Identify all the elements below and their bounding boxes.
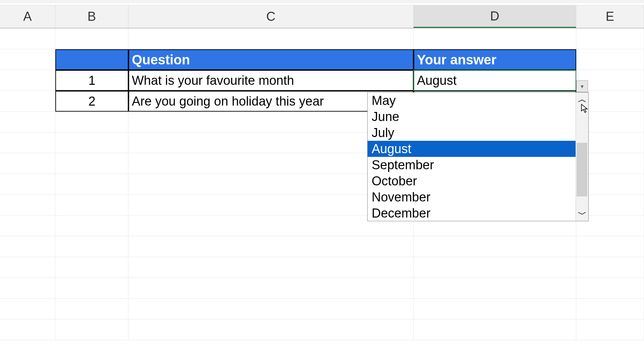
cell[interactable] [55,236,128,257]
cell[interactable] [55,174,128,195]
dropdown-option-november[interactable]: November [368,189,576,205]
scroll-down-button[interactable]: ﹀ [576,207,588,221]
data-validation-dropdown-button[interactable]: ▾ [576,80,588,92]
cell-a3[interactable] [0,70,55,91]
scroll-up-button[interactable]: ︿ [576,93,588,106]
cell[interactable] [55,195,128,216]
table-header-question[interactable]: Question [128,49,414,70]
cell[interactable] [128,299,414,319]
cell[interactable] [414,257,576,278]
table-header-blank[interactable] [55,49,128,70]
cell[interactable] [414,299,576,319]
column-headers: A B C D E [0,5,644,28]
cell[interactable] [0,257,55,278]
row1-question[interactable]: What is your favourite month [128,70,414,91]
col-header-b[interactable]: B [55,5,128,28]
dropdown-list[interactable]: May June July August September October N… [367,92,589,221]
col-header-c[interactable]: C [128,5,414,28]
cell-c1[interactable] [128,28,414,49]
cell[interactable] [128,257,414,278]
cell-b1[interactable] [55,28,128,49]
dropdown-option-july[interactable]: July [368,125,576,141]
row2-num[interactable]: 2 [55,91,128,112]
col-header-d[interactable]: D [414,5,576,28]
cell[interactable] [0,278,55,299]
table-header-answer[interactable]: Your answer [414,49,576,70]
toolbar-strip [0,0,644,3]
scroll-thumb[interactable] [577,143,587,196]
dropdown-option-august[interactable]: August [368,141,576,157]
cell[interactable] [0,132,55,153]
cell[interactable] [55,132,128,153]
cell[interactable] [128,319,414,340]
cell[interactable] [0,174,55,195]
cell-e1[interactable] [576,28,644,49]
cell[interactable] [0,299,55,319]
cell[interactable] [576,278,644,299]
cell[interactable] [414,319,576,340]
cell[interactable] [55,112,128,132]
cell[interactable] [55,319,128,340]
dropdown-option-june[interactable]: June [368,109,576,125]
chevron-down-icon: ▾ [581,83,584,90]
dropdown-option-september[interactable]: September [368,157,576,173]
dropdown-option-may[interactable]: May [368,93,576,109]
cell[interactable] [55,299,128,319]
cell[interactable] [576,257,644,278]
cell[interactable] [0,319,55,340]
cell[interactable] [128,236,414,257]
cell[interactable] [0,236,55,257]
cell[interactable] [0,195,55,216]
cell[interactable] [0,112,55,132]
col-header-e[interactable]: E [576,5,644,28]
row1-num[interactable]: 1 [55,70,128,91]
chevron-up-icon: ︿ [578,94,587,105]
chevron-down-icon: ﹀ [578,208,587,220]
cell-a2[interactable] [0,49,55,70]
cell[interactable] [576,299,644,319]
cell-a1[interactable] [0,28,55,49]
cell[interactable] [0,216,55,236]
cell[interactable] [414,278,576,299]
dropdown-scrollbar[interactable]: ︿ ﹀ [576,93,588,221]
col-header-a[interactable]: A [0,5,55,28]
cell[interactable] [55,278,128,299]
dropdown-items-container: May June July August September October N… [368,93,576,221]
cell-a4[interactable] [0,91,55,112]
cell[interactable] [414,236,576,257]
cell[interactable] [55,153,128,174]
cell-e2[interactable] [576,49,644,70]
dropdown-option-october[interactable]: October [368,173,576,189]
cell[interactable] [0,153,55,174]
dropdown-option-december[interactable]: December [368,205,576,221]
cell[interactable] [576,319,644,340]
cell-d1[interactable] [414,28,576,49]
cell[interactable] [576,236,644,257]
row1-answer[interactable]: August [414,70,576,91]
cell[interactable] [55,216,128,236]
cell[interactable] [55,257,128,278]
cell[interactable] [128,278,414,299]
